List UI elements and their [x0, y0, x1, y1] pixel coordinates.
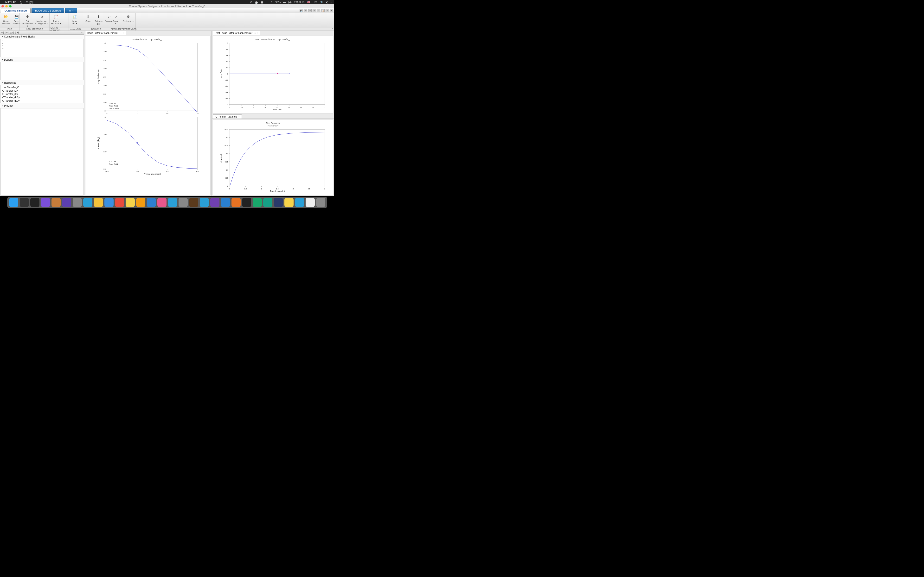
designs-list[interactable] — [0, 62, 84, 80]
edit-architecture-button[interactable]: ⚙ Edit Architecture ▾ — [21, 14, 34, 27]
expand-icon[interactable]: ≡ — [332, 27, 333, 30]
controllers-section-header[interactable]: Controllers and Fixed Blocks — [0, 35, 84, 39]
dock-app-mail[interactable] — [105, 198, 113, 207]
list-item[interactable]: IOTransfer_dy2y — [2, 99, 82, 103]
step-response-plot[interactable]: Step Response From: r To: y 00.050.10.15… — [213, 120, 333, 195]
controllers-list[interactable]: F C G H — [0, 39, 84, 57]
window-zoom-button[interactable] — [9, 5, 11, 8]
retrieve-button[interactable]: ⬆ Retrieve div> — [94, 14, 103, 27]
quick-copy-icon[interactable]: ⧉ — [317, 9, 320, 12]
dock-app-kakaotalk[interactable] — [189, 198, 198, 207]
list-item[interactable]: IOTransfer_n2y — [2, 103, 82, 103]
bode-editor-tab[interactable]: Bode Editor for LoopTransfer_C × — [85, 31, 126, 35]
dock-app-webstorm[interactable] — [253, 198, 262, 207]
dock-app-reminders[interactable] — [136, 198, 145, 207]
dock-app-trash[interactable] — [316, 198, 325, 207]
section-label: RESULTS — [110, 27, 121, 31]
preview-section-header[interactable]: Preview — [0, 104, 84, 108]
collapse-panel-icon[interactable]: ⊙ — [81, 32, 82, 34]
root-locus-plot[interactable]: Root Locus Editor for LoopTransfer_C -1-… — [213, 36, 333, 113]
help-icon[interactable]: ? — [326, 9, 329, 12]
quick-cut-icon[interactable]: ✂ — [313, 9, 316, 12]
dock-app-notes[interactable] — [126, 198, 135, 207]
step-response-tab[interactable]: IOTransfer_r2y: step × — [213, 114, 242, 119]
section-label: PREFERENCES — [121, 27, 136, 31]
dock-app-siri[interactable] — [41, 198, 50, 207]
control-center-icon[interactable]: ◐ — [326, 1, 328, 4]
export-button[interactable]: ↗ Export ▾ — [111, 14, 120, 27]
dock-app-xcode[interactable] — [200, 198, 209, 207]
list-item[interactable]: LoopTransfer_C — [2, 86, 82, 89]
spotlight-icon[interactable]: 🔍 — [320, 1, 324, 4]
bode-plot-area[interactable]: Bode Editor for LoopTransfer_C -45-40-35… — [85, 36, 210, 195]
svg-text:-2: -2 — [288, 106, 290, 108]
svg-text:-90: -90 — [103, 168, 106, 170]
dock-app-launchpad[interactable] — [73, 198, 82, 207]
dock-app-calendar[interactable] — [115, 198, 124, 207]
dock-app-matlab[interactable] — [231, 198, 241, 207]
menubar-item-window[interactable]: 창 — [20, 0, 23, 4]
list-item[interactable]: IOTransfer_du2y — [2, 96, 82, 99]
list-item[interactable]: F — [2, 40, 82, 43]
quick-save-icon[interactable]: 💾 — [300, 9, 303, 12]
dock-app-safari[interactable] — [83, 198, 92, 207]
quick-redo-icon[interactable]: ↷ — [308, 9, 312, 12]
tab-root-locus-editor[interactable]: ROOT LOCUS EDITOR — [32, 8, 64, 13]
minimize-toolstrip-icon[interactable]: ▾ — [330, 9, 333, 12]
step-response-chart[interactable]: 00.050.10.150.20.250.30.3500.511.522.53A… — [219, 128, 327, 193]
list-item[interactable]: IOTransfer_r2u — [2, 93, 82, 96]
quick-paste-icon[interactable]: 📋 — [321, 9, 325, 12]
dock-app-itunes[interactable] — [157, 198, 166, 207]
close-icon[interactable]: × — [238, 115, 240, 118]
dock-app-arduino[interactable] — [263, 198, 272, 207]
designs-section-header[interactable]: Designs — [0, 58, 84, 61]
wifi-icon[interactable]: ⇪ — [271, 1, 273, 4]
tuning-methods-button[interactable]: 📈 Tuning Methods ▾ — [51, 14, 61, 27]
list-item[interactable]: IOTransfer_r2y — [2, 89, 82, 93]
notifications-icon[interactable]: ≡ — [331, 1, 332, 3]
menubar-app-name[interactable]: MATLAB — [5, 1, 16, 3]
dock-app-terminal[interactable] — [20, 198, 29, 207]
multimodel-config-button[interactable]: ⧉ Multimodel Configuration — [36, 14, 48, 27]
dock-app-vs[interactable] — [210, 198, 220, 207]
root-locus-chart[interactable]: -1-0.8-0.6-0.4-0.200.20.40.60.81-7-6-5-4… — [219, 42, 327, 111]
save-session-button[interactable]: 💾 Save Session — [12, 14, 21, 27]
close-icon[interactable]: × — [257, 32, 258, 34]
dock-app-imovie[interactable] — [62, 198, 71, 207]
dock-app-chrome[interactable] — [94, 198, 103, 207]
responses-list[interactable]: LoopTransfer_C IOTransfer_r2y IOTransfer… — [0, 85, 84, 103]
dock-app-finder[interactable] — [9, 198, 18, 207]
menubar-item-help[interactable]: 도움말 — [26, 0, 34, 4]
list-item[interactable]: H — [2, 50, 82, 53]
tab-control-system[interactable]: CONTROL SYSTEM — [1, 8, 31, 13]
new-plot-button[interactable]: 📊 New Plot ▾ — [70, 14, 79, 27]
bode-phase-chart[interactable]: -90-60-30010⁻¹10⁰10¹10²Phase (deg)Freque… — [96, 116, 200, 176]
macos-dock[interactable] — [7, 197, 327, 208]
close-icon[interactable]: × — [123, 32, 124, 34]
preferences-button[interactable]: ⚙ Preferences — [123, 14, 134, 27]
dock-app-pycharm[interactable] — [242, 198, 251, 207]
tab-view[interactable]: 보기 — [65, 8, 77, 13]
window-minimize-button[interactable] — [5, 5, 8, 8]
dock-app-teamviewer[interactable] — [295, 198, 304, 207]
window-close-button[interactable] — [2, 5, 4, 8]
store-button[interactable]: ⬇ Store — [84, 14, 92, 27]
dock-app-preview[interactable] — [147, 198, 156, 207]
dock-app-activity[interactable] — [30, 198, 39, 207]
root-locus-tab[interactable]: Root Locus Editor for LoopTransfer_C × — [213, 31, 260, 35]
clock[interactable]: (수) 오후 3:10 — [288, 0, 304, 4]
dock-app-stickies[interactable] — [284, 198, 294, 207]
open-session-button[interactable]: 📂 Open Session — [2, 14, 10, 27]
dock-app-photoshop[interactable] — [274, 198, 283, 207]
quick-undo-icon[interactable]: ↶ — [304, 9, 307, 12]
svg-text:0: 0 — [227, 185, 228, 187]
bode-magnitude-chart[interactable]: -45-40-35-30-25-20-15-10-50.1110100Magni… — [96, 42, 200, 114]
responses-section-header[interactable]: Responses — [0, 81, 84, 85]
dock-app-appstore[interactable] — [168, 198, 177, 207]
dock-app-vscode[interactable] — [221, 198, 230, 207]
dock-app-textedit[interactable] — [305, 198, 315, 207]
dock-app-guitar[interactable] — [52, 198, 61, 207]
list-item[interactable]: C — [2, 43, 82, 47]
list-item[interactable]: G — [2, 47, 82, 50]
dock-app-prefs[interactable] — [179, 198, 188, 207]
